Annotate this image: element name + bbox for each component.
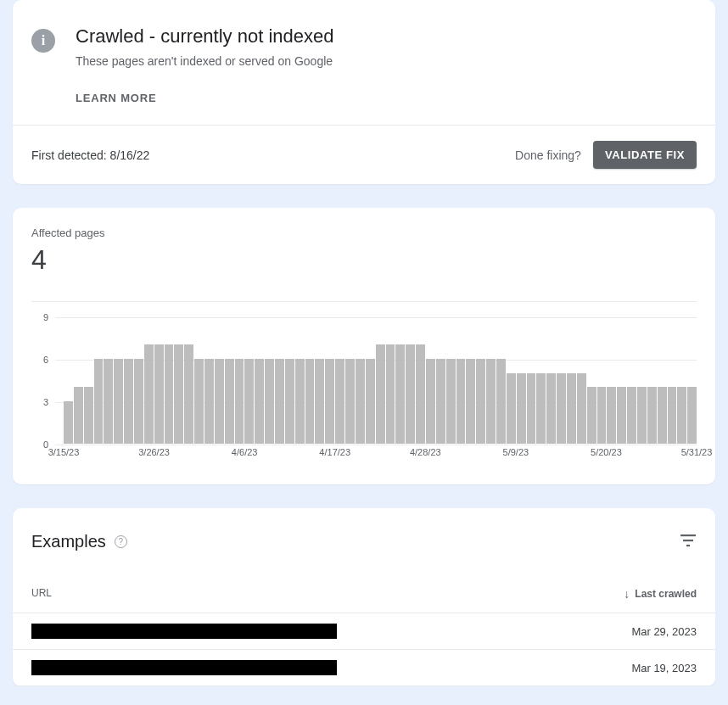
svg-rect-1 <box>683 540 693 541</box>
x-tick-label: 5/31/23 <box>681 447 713 457</box>
chart-bar <box>84 387 93 444</box>
x-tick-label: 5/20/23 <box>591 447 622 457</box>
chart-bar <box>395 344 405 444</box>
y-tick-label: 9 <box>31 312 48 322</box>
chart-bar <box>677 387 686 444</box>
info-icon: i <box>31 29 55 53</box>
chart-bar <box>426 359 435 444</box>
examples-title: Examples <box>31 532 106 551</box>
chart-bar <box>366 359 375 444</box>
affected-label: Affected pages <box>31 227 697 239</box>
y-tick-label: 6 <box>31 355 48 365</box>
chart-bar <box>668 387 677 444</box>
chart-bar <box>235 359 244 444</box>
chart-bar <box>315 359 324 444</box>
chart-bar <box>597 387 607 444</box>
y-tick-label: 3 <box>31 397 48 407</box>
chart-bar <box>74 387 83 444</box>
chart-bar <box>165 344 174 444</box>
help-icon[interactable]: ? <box>115 535 127 548</box>
chart-bar <box>94 359 104 444</box>
status-title: Crawled - currently not indexed <box>76 25 333 48</box>
url-cell-redacted <box>31 660 337 675</box>
examples-card: Examples ? URL ↓ Last crawled Mar 29, 20… <box>13 508 715 686</box>
svg-rect-0 <box>680 534 696 536</box>
column-url: URL <box>31 587 52 601</box>
chart-bar <box>527 373 536 444</box>
x-tick-label: 3/26/23 <box>138 447 170 457</box>
chart-bar <box>305 359 315 444</box>
x-tick-label: 4/6/23 <box>232 447 258 457</box>
chart-bar <box>225 359 234 444</box>
chart-bar <box>607 387 616 444</box>
chart-bar <box>114 359 123 444</box>
chart-bar <box>174 344 183 444</box>
chart-bar <box>265 359 274 444</box>
first-detected-label: First detected: 8/16/22 <box>31 148 149 162</box>
chart-bar <box>507 373 516 444</box>
affected-pages-card: Affected pages 4 03693/15/233/26/234/6/2… <box>13 208 715 484</box>
chart-bar <box>134 359 143 444</box>
y-tick-label: 0 <box>31 439 48 450</box>
sort-arrow-down-icon: ↓ <box>624 587 630 601</box>
last-crawled-cell: Mar 29, 2023 <box>631 625 697 638</box>
chart-bar <box>617 387 626 444</box>
chart-bar <box>517 373 526 444</box>
chart-bar <box>557 373 566 444</box>
chart-bar <box>546 373 556 444</box>
chart-bar <box>204 359 214 444</box>
chart-bar <box>124 359 133 444</box>
chart-bar <box>486 359 496 444</box>
done-fixing-label: Done fixing? <box>515 148 581 162</box>
chart-bar <box>64 401 73 444</box>
chart-bar <box>275 359 284 444</box>
table-row[interactable]: Mar 29, 2023 <box>13 613 715 650</box>
chart-bar <box>476 359 485 444</box>
chart-bar <box>104 359 113 444</box>
affected-count: 4 <box>31 244 697 276</box>
chart-bar <box>255 359 264 444</box>
chart-bar <box>687 387 697 444</box>
chart-bar <box>647 387 657 444</box>
chart-bar <box>436 359 445 444</box>
chart-bar <box>456 359 466 444</box>
column-last-crawled[interactable]: ↓ Last crawled <box>624 587 697 601</box>
table-header: URL ↓ Last crawled <box>13 558 715 613</box>
chart-bar <box>536 373 546 444</box>
chart-bar <box>416 344 425 444</box>
chart-bar <box>356 359 365 444</box>
chart-bar <box>154 344 164 444</box>
learn-more-link[interactable]: LEARN MORE <box>76 92 333 104</box>
x-tick-label: 5/9/23 <box>503 447 529 457</box>
validate-fix-button[interactable]: VALIDATE FIX <box>593 141 697 169</box>
chart-bar <box>446 359 456 444</box>
status-subtitle: These pages aren't indexed or served on … <box>76 54 333 68</box>
svg-rect-2 <box>686 545 690 546</box>
chart-bar <box>184 344 193 444</box>
chart-bar <box>567 373 576 444</box>
chart-bar <box>244 359 254 444</box>
url-cell-redacted <box>31 624 337 639</box>
affected-chart: 03693/15/233/26/234/6/234/17/234/28/235/… <box>13 283 715 484</box>
chart-bar <box>627 387 636 444</box>
chart-bar <box>215 359 224 444</box>
x-tick-label: 4/17/23 <box>319 447 350 457</box>
chart-bar <box>144 344 154 444</box>
chart-bar <box>345 359 355 444</box>
chart-bar <box>577 373 586 444</box>
chart-bar <box>376 344 385 444</box>
last-crawled-cell: Mar 19, 2023 <box>631 662 697 674</box>
chart-bar <box>335 359 344 444</box>
chart-bar <box>194 359 204 444</box>
x-tick-label: 4/28/23 <box>410 447 441 457</box>
chart-bar <box>295 359 305 444</box>
x-tick-label: 3/15/23 <box>48 447 80 457</box>
table-row[interactable]: Mar 19, 2023 <box>13 650 715 686</box>
chart-bar <box>285 359 294 444</box>
filter-icon[interactable] <box>680 534 697 551</box>
chart-bar <box>406 344 415 444</box>
chart-bar <box>496 359 506 444</box>
chart-bar <box>325 359 334 444</box>
chart-bar <box>466 359 475 444</box>
chart-bar <box>587 387 596 444</box>
